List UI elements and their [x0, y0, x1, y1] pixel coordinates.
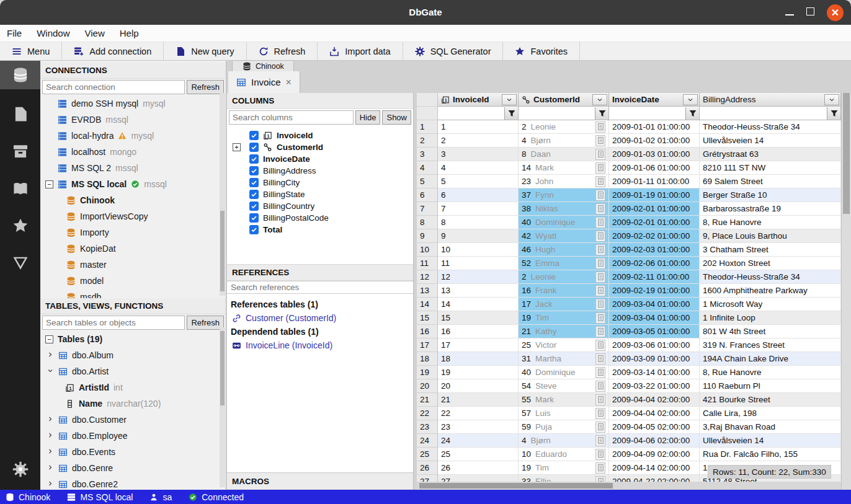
- cell-invoicedate[interactable]: 2009-02-11 01:00:00: [609, 270, 700, 284]
- row-number-cell[interactable]: 18: [417, 352, 438, 366]
- connection-item[interactable]: msdb: [40, 289, 226, 298]
- column-header-invoiceid[interactable]: 1InvoiceId: [438, 93, 519, 107]
- chevron-right-icon[interactable]: [47, 431, 54, 441]
- menu-window[interactable]: Window: [37, 28, 69, 38]
- cell-invoicedate[interactable]: 2009-01-06 01:00:00: [609, 161, 700, 175]
- toolbar-button-refresh[interactable]: Refresh: [247, 42, 318, 60]
- cell-invoiceid[interactable]: 1: [438, 120, 519, 134]
- row-number-cell[interactable]: 17: [417, 338, 438, 352]
- cell-invoiceid[interactable]: 27: [438, 475, 519, 482]
- filter-input-customerid[interactable]: [519, 108, 595, 119]
- cell-customerid[interactable]: 59Puja: [519, 420, 609, 434]
- cell-invoiceid[interactable]: 22: [438, 407, 519, 420]
- cell-customerid[interactable]: 25Victor: [519, 338, 609, 352]
- table-item[interactable]: dbo.Employee: [40, 428, 226, 444]
- cell-invoicedate[interactable]: 2009-04-14 02:00:00: [609, 461, 700, 475]
- table-item[interactable]: dbo.Customer: [40, 412, 226, 428]
- connection-item[interactable]: EVRDBmssql: [40, 112, 226, 128]
- filter-funnel-button[interactable]: [595, 107, 608, 120]
- cell-billingaddress[interactable]: 8210 111 ST NW: [700, 161, 841, 175]
- menu-help[interactable]: Help: [120, 28, 139, 38]
- cell-invoiceid[interactable]: 21: [438, 393, 519, 407]
- cell-invoiceid[interactable]: 23: [438, 420, 519, 434]
- cell-customerid[interactable]: 40Dominique: [519, 216, 609, 229]
- statusbar-connected[interactable]: Connected: [189, 492, 244, 502]
- cell-billingaddress[interactable]: 1 Microsoft Way: [700, 298, 841, 311]
- cell-customerid[interactable]: 2Leonie: [519, 120, 609, 134]
- cell-customerid[interactable]: 42Wyatt: [519, 229, 609, 243]
- cell-invoicedate[interactable]: 2009-04-05 02:00:00: [609, 420, 700, 434]
- connection-item[interactable]: Importy: [40, 224, 226, 241]
- cell-invoiceid[interactable]: 8: [438, 216, 519, 229]
- cell-invoicedate[interactable]: 2009-04-06 02:00:00: [609, 434, 700, 448]
- cell-invoicedate[interactable]: 2009-03-04 01:00:00: [609, 298, 700, 311]
- grid-vertical-scrollbar[interactable]: [841, 93, 851, 490]
- open-reference-button[interactable]: [595, 285, 605, 296]
- cell-billingaddress[interactable]: 69 Salem Street: [700, 175, 841, 188]
- row-number-cell[interactable]: 27: [417, 475, 438, 482]
- activity-database-button[interactable]: [0, 61, 40, 89]
- tab-close-icon[interactable]: ×: [286, 77, 292, 88]
- connections-scrollbar[interactable]: [220, 93, 225, 296]
- cell-customerid[interactable]: 16Frank: [519, 284, 609, 298]
- chevron-right-icon[interactable]: [47, 415, 54, 425]
- cell-invoicedate[interactable]: 2009-04-04 02:00:00: [609, 393, 700, 407]
- cell-invoicedate[interactable]: 2009-01-03 01:00:00: [609, 148, 700, 161]
- checkbox-checked[interactable]: [249, 131, 259, 140]
- cell-customerid[interactable]: 23John: [519, 175, 609, 188]
- cell-invoicedate[interactable]: 2009-04-04 02:00:00: [609, 407, 700, 420]
- row-number-cell[interactable]: 9: [417, 229, 438, 243]
- row-number-cell[interactable]: 13: [417, 284, 438, 298]
- cell-billingaddress[interactable]: 421 Bourke Street: [700, 393, 841, 407]
- toolbar-button-favorites[interactable]: Favorites: [503, 42, 580, 60]
- open-reference-button[interactable]: [595, 449, 605, 460]
- row-number-cell[interactable]: 14: [417, 298, 438, 311]
- references-search-input[interactable]: [227, 281, 413, 294]
- connection-item[interactable]: demo SSH mysqlmysql: [40, 95, 226, 112]
- tables-group[interactable]: −Tables (19): [40, 331, 226, 347]
- cell-invoiceid[interactable]: 10: [438, 243, 519, 257]
- connection-item[interactable]: local-hydramysql: [40, 128, 226, 144]
- row-number-cell[interactable]: 24: [417, 434, 438, 448]
- row-number-cell[interactable]: 19: [417, 366, 438, 379]
- cell-billingaddress[interactable]: Ullevålsveien 14: [700, 134, 841, 148]
- reference-link[interactable]: Customer (CustomerId): [231, 311, 409, 325]
- cell-customerid[interactable]: 21Kathy: [519, 325, 609, 338]
- cell-billingaddress[interactable]: Rua Dr. Falcão Filho, 155: [700, 448, 841, 461]
- column-menu-button[interactable]: [592, 94, 607, 105]
- cell-invoicedate[interactable]: 2009-04-09 02:00:00: [609, 448, 700, 461]
- cell-billingaddress[interactable]: Barbarossastraße 19: [700, 202, 841, 216]
- cell-billingaddress[interactable]: Theodor-Heuss-Straße 34: [700, 270, 841, 284]
- cell-invoicedate[interactable]: 2009-02-01 01:00:00: [609, 202, 700, 216]
- cell-customerid[interactable]: 33Ellie: [519, 475, 609, 482]
- filter-input-billingaddress[interactable]: [700, 108, 827, 119]
- open-reference-button[interactable]: [595, 394, 605, 405]
- toolbar-button-new-query[interactable]: New query: [164, 42, 246, 60]
- open-reference-button[interactable]: [595, 299, 605, 310]
- activity-book-button[interactable]: [0, 174, 40, 203]
- cell-customerid[interactable]: 46Hugh: [519, 243, 609, 257]
- cell-invoiceid[interactable]: 16: [438, 325, 519, 338]
- columns-show-button[interactable]: Show: [382, 110, 411, 125]
- cell-invoicedate[interactable]: 2009-02-03 01:00:00: [609, 243, 700, 257]
- cell-billingaddress[interactable]: 3,Raj Bhavan Road: [700, 420, 841, 434]
- menu-view[interactable]: View: [85, 28, 105, 38]
- column-menu-button[interactable]: [824, 94, 839, 105]
- cell-invoicedate[interactable]: 2009-01-11 01:00:00: [609, 175, 700, 188]
- open-reference-button[interactable]: [595, 135, 605, 146]
- filter-input-invoiceid[interactable]: [438, 108, 504, 119]
- checkbox-checked[interactable]: [249, 190, 259, 199]
- statusbar-ms-sql-local[interactable]: MS SQL local: [67, 492, 133, 502]
- chevron-right-icon[interactable]: [47, 479, 54, 489]
- tab-invoice[interactable]: Invoice ×: [228, 71, 300, 93]
- row-number-cell[interactable]: 10: [417, 243, 438, 257]
- open-reference-button[interactable]: [595, 462, 605, 474]
- cell-customerid[interactable]: 4Bjørn: [519, 134, 609, 148]
- cell-invoicedate[interactable]: 2009-03-09 01:00:00: [609, 352, 700, 366]
- connection-item[interactable]: ImportViewsCopy: [40, 208, 226, 224]
- open-reference-button[interactable]: [595, 435, 605, 446]
- cell-invoicedate[interactable]: 2009-02-01 01:00:00: [609, 216, 700, 229]
- cell-invoiceid[interactable]: 3: [438, 148, 519, 161]
- filter-funnel-button[interactable]: [827, 107, 840, 120]
- cell-customerid[interactable]: 19Tim: [519, 461, 609, 475]
